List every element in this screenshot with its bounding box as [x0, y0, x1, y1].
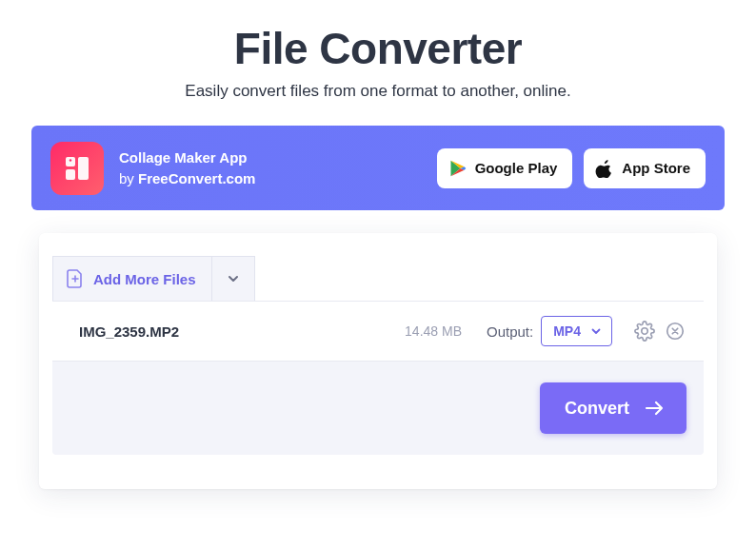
google-play-icon — [448, 159, 468, 178]
settings-button[interactable] — [631, 318, 658, 344]
close-circle-icon — [665, 321, 686, 342]
page-title: File Converter — [234, 23, 522, 74]
file-name: IMG_2359.MP2 — [79, 323, 179, 340]
output-label: Output: — [487, 323, 533, 340]
convert-label: Convert — [565, 399, 629, 419]
app-store-label: App Store — [622, 160, 690, 176]
add-more-dropdown[interactable] — [211, 256, 255, 302]
page-subtitle: Easily convert files from one format to … — [185, 82, 570, 101]
promo-banner: Collage Maker App by FreeConvert.com Goo… — [31, 126, 725, 210]
svg-rect-3 — [66, 169, 75, 180]
google-play-button[interactable]: Google Play — [437, 148, 573, 188]
gear-icon — [634, 321, 655, 342]
svg-point-2 — [70, 159, 71, 161]
remove-file-button[interactable] — [662, 318, 688, 344]
file-size: 14.48 MB — [405, 323, 462, 339]
add-file-icon — [67, 269, 84, 288]
converter-panel: Add More Files IMG_2359.MP2 14.48 MB Out… — [39, 233, 717, 489]
promo-text: Collage Maker App by FreeConvert.com — [119, 147, 422, 189]
svg-rect-1 — [66, 157, 75, 166]
add-more-files-button[interactable]: Add More Files — [52, 256, 211, 302]
panel-footer: Convert — [52, 362, 704, 455]
output-format-select[interactable]: MP4 — [541, 316, 612, 346]
add-more-label: Add More Files — [93, 271, 196, 287]
chevron-down-icon — [590, 325, 602, 337]
file-row: IMG_2359.MP2 14.48 MB Output: MP4 — [52, 301, 704, 362]
promo-byline-prefix: by — [119, 170, 138, 186]
arrow-right-icon — [645, 400, 666, 417]
promo-brand: FreeConvert.com — [138, 170, 255, 186]
promo-app-name: Collage Maker App — [119, 147, 422, 168]
promo-byline: by FreeConvert.com — [119, 168, 422, 189]
apple-icon — [595, 159, 614, 178]
collage-app-icon — [50, 142, 104, 195]
google-play-label: Google Play — [475, 160, 558, 176]
app-store-button[interactable]: App Store — [584, 148, 706, 188]
convert-button[interactable]: Convert — [540, 382, 686, 434]
add-more-row: Add More Files — [52, 256, 717, 302]
svg-rect-4 — [78, 157, 89, 180]
chevron-down-icon — [227, 272, 240, 285]
store-buttons: Google Play App Store — [437, 148, 706, 188]
output-format-value: MP4 — [553, 323, 581, 339]
